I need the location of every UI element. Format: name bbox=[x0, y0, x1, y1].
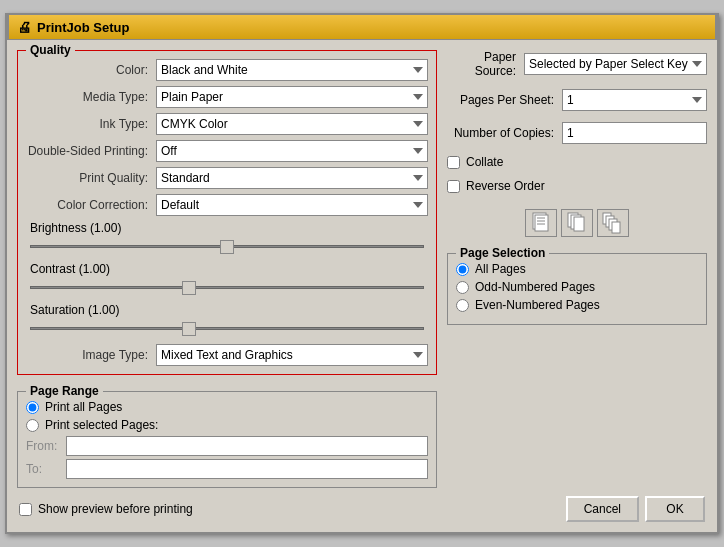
left-panel: Quality Color: Black and White Color Gra… bbox=[17, 50, 437, 488]
page-icon-3[interactable] bbox=[597, 209, 629, 237]
contrast-slider[interactable] bbox=[30, 278, 424, 296]
page-range-label: Page Range bbox=[26, 384, 103, 398]
print-selected-label: Print selected Pages: bbox=[45, 418, 158, 432]
contrast-row: Contrast (1.00) bbox=[26, 262, 428, 299]
brightness-slider[interactable] bbox=[30, 237, 424, 255]
copies-input[interactable] bbox=[562, 122, 707, 144]
contrast-label: Contrast (1.00) bbox=[26, 262, 428, 276]
to-label: To: bbox=[26, 462, 66, 476]
image-type-select[interactable]: Mixed Text and Graphics Text Graphics Ph… bbox=[156, 344, 428, 366]
media-type-label: Media Type: bbox=[26, 90, 156, 104]
svg-rect-11 bbox=[612, 222, 620, 233]
bottom-buttons: Cancel OK bbox=[193, 496, 705, 522]
color-correction-select[interactable]: Default Custom Off bbox=[156, 194, 428, 216]
media-type-select[interactable]: Plain Paper Photo Paper bbox=[156, 86, 428, 108]
brightness-slider-container bbox=[26, 237, 428, 258]
svg-rect-1 bbox=[535, 215, 548, 231]
paper-source-row: Paper Source: Selected by Paper Select K… bbox=[447, 50, 707, 78]
even-pages-radio[interactable] bbox=[456, 299, 469, 312]
reverse-order-checkbox[interactable] bbox=[447, 180, 460, 193]
ink-type-select[interactable]: CMYK Color RGB Color bbox=[156, 113, 428, 135]
image-type-row: Image Type: Mixed Text and Graphics Text… bbox=[26, 344, 428, 366]
show-preview-row: Show preview before printing bbox=[19, 502, 193, 516]
main-layout: Quality Color: Black and White Color Gra… bbox=[17, 50, 707, 488]
media-type-row: Media Type: Plain Paper Photo Paper bbox=[26, 86, 428, 108]
svg-rect-7 bbox=[574, 217, 584, 231]
page-selection-group: Page Selection All Pages Odd-Numbered Pa… bbox=[447, 253, 707, 325]
collate-checkbox[interactable] bbox=[447, 156, 460, 169]
ok-button[interactable]: OK bbox=[645, 496, 705, 522]
show-preview-label: Show preview before printing bbox=[38, 502, 193, 516]
double-sided-select[interactable]: Off On (Long Edge) bbox=[156, 140, 428, 162]
all-pages-label: All Pages bbox=[475, 262, 526, 276]
copies-label: Number of Copies: bbox=[447, 126, 562, 140]
title-bar: 🖨 PrintJob Setup bbox=[7, 13, 717, 40]
contrast-slider-container bbox=[26, 278, 428, 299]
ink-type-row: Ink Type: CMYK Color RGB Color bbox=[26, 113, 428, 135]
quality-group-label: Quality bbox=[26, 43, 75, 57]
ink-type-label: Ink Type: bbox=[26, 117, 156, 131]
saturation-row: Saturation (1.00) bbox=[26, 303, 428, 340]
to-row: To: bbox=[26, 459, 428, 479]
pages-per-sheet-select[interactable]: 1 2 4 bbox=[562, 89, 707, 111]
color-label: Color: bbox=[26, 63, 156, 77]
pages-per-sheet-label: Pages Per Sheet: bbox=[447, 93, 562, 107]
from-row: From: bbox=[26, 436, 428, 456]
saturation-slider[interactable] bbox=[30, 319, 424, 337]
copies-row: Number of Copies: bbox=[447, 122, 707, 144]
color-select[interactable]: Black and White Color Grayscale bbox=[156, 59, 428, 81]
print-all-label: Print all Pages bbox=[45, 400, 122, 414]
page-selection-label: Page Selection bbox=[456, 246, 549, 260]
collate-label: Collate bbox=[466, 155, 503, 169]
cancel-button[interactable]: Cancel bbox=[566, 496, 639, 522]
odd-pages-label: Odd-Numbered Pages bbox=[475, 280, 595, 294]
print-quality-select[interactable]: Standard High Draft bbox=[156, 167, 428, 189]
paper-source-label: Paper Source: bbox=[447, 50, 524, 78]
brightness-label: Brightness (1.00) bbox=[26, 221, 428, 235]
page-icon-2[interactable] bbox=[561, 209, 593, 237]
odd-pages-radio[interactable] bbox=[456, 281, 469, 294]
from-label: From: bbox=[26, 439, 66, 453]
page-icon-1[interactable] bbox=[525, 209, 557, 237]
reverse-order-label: Reverse Order bbox=[466, 179, 545, 193]
printer-icon: 🖨 bbox=[17, 19, 31, 35]
pages-per-sheet-row: Pages Per Sheet: 1 2 4 bbox=[447, 89, 707, 111]
print-selected-row: Print selected Pages: bbox=[26, 418, 428, 432]
page-icons-row bbox=[447, 209, 707, 237]
main-window: 🖨 PrintJob Setup Quality Color: Black an… bbox=[5, 13, 719, 534]
color-row: Color: Black and White Color Grayscale bbox=[26, 59, 428, 81]
print-all-row: Print all Pages bbox=[26, 400, 428, 414]
print-selected-radio[interactable] bbox=[26, 419, 39, 432]
double-sided-row: Double-Sided Printing: Off On (Long Edge… bbox=[26, 140, 428, 162]
double-sided-label: Double-Sided Printing: bbox=[26, 144, 156, 158]
reverse-order-row: Reverse Order bbox=[447, 179, 707, 193]
window-body: Quality Color: Black and White Color Gra… bbox=[7, 40, 717, 532]
color-correction-label: Color Correction: bbox=[26, 198, 156, 212]
odd-pages-row: Odd-Numbered Pages bbox=[456, 280, 698, 294]
to-input[interactable] bbox=[66, 459, 428, 479]
brightness-row: Brightness (1.00) bbox=[26, 221, 428, 258]
paper-source-select[interactable]: Selected by Paper Select Key Sheet Feede… bbox=[524, 53, 707, 75]
saturation-label: Saturation (1.00) bbox=[26, 303, 428, 317]
all-pages-radio[interactable] bbox=[456, 263, 469, 276]
bottom-row: Show preview before printing Cancel OK bbox=[17, 496, 707, 522]
color-correction-row: Color Correction: Default Custom Off bbox=[26, 194, 428, 216]
print-quality-row: Print Quality: Standard High Draft bbox=[26, 167, 428, 189]
saturation-slider-container bbox=[26, 319, 428, 340]
quality-group: Quality Color: Black and White Color Gra… bbox=[17, 50, 437, 375]
print-all-radio[interactable] bbox=[26, 401, 39, 414]
image-type-label: Image Type: bbox=[26, 348, 156, 362]
print-quality-label: Print Quality: bbox=[26, 171, 156, 185]
window-title: PrintJob Setup bbox=[37, 20, 129, 35]
page-range-group: Page Range Print all Pages Print selecte… bbox=[17, 391, 437, 488]
right-panel: Paper Source: Selected by Paper Select K… bbox=[447, 50, 707, 488]
even-pages-row: Even-Numbered Pages bbox=[456, 298, 698, 312]
even-pages-label: Even-Numbered Pages bbox=[475, 298, 600, 312]
collate-row: Collate bbox=[447, 155, 707, 169]
show-preview-checkbox[interactable] bbox=[19, 503, 32, 516]
from-input[interactable] bbox=[66, 436, 428, 456]
all-pages-row: All Pages bbox=[456, 262, 698, 276]
